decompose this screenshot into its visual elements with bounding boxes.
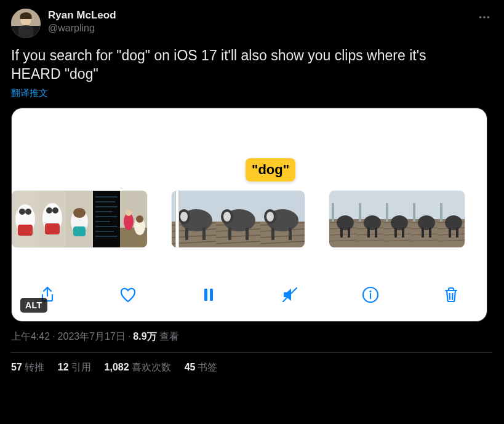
tweet-container: Ryan McLeod @warpling If you search for …: [0, 0, 504, 374]
tweet-meta-row[interactable]: 上午4:42 · 2023年7月17日 · 8.9万 查看: [11, 330, 493, 343]
avatar[interactable]: [11, 9, 41, 38]
video-scrubber-row[interactable]: [12, 190, 487, 249]
author-display-name: Ryan McLeod: [48, 9, 116, 22]
svg-point-9: [19, 209, 25, 215]
svg-rect-120: [204, 289, 207, 301]
author-name-block[interactable]: Ryan McLeod @warpling: [48, 9, 116, 34]
likes-stat[interactable]: 1,082喜欢次数: [105, 361, 171, 374]
more-options-button[interactable]: [473, 6, 495, 28]
svg-rect-96: [386, 203, 388, 222]
like-button[interactable]: [114, 281, 142, 308]
svg-rect-89: [375, 228, 377, 238]
svg-rect-21: [93, 191, 120, 247]
tweet-header: Ryan McLeod @warpling: [11, 9, 493, 38]
mute-button[interactable]: [276, 281, 303, 308]
svg-rect-108: [422, 228, 424, 238]
media-card[interactable]: "dog": [11, 108, 487, 322]
svg-rect-99: [402, 228, 404, 238]
svg-point-34: [126, 210, 132, 216]
svg-point-97: [391, 215, 408, 230]
info-button[interactable]: [357, 281, 384, 308]
svg-line-127: [452, 293, 453, 300]
svg-rect-88: [367, 228, 370, 238]
svg-line-126: [449, 293, 450, 300]
svg-rect-20: [73, 226, 86, 236]
svg-point-67: [266, 212, 274, 222]
search-result-pill: "dog": [246, 158, 295, 182]
svg-rect-119: [456, 228, 458, 238]
svg-point-45: [180, 212, 188, 222]
svg-point-6: [487, 16, 490, 18]
author-handle: @warpling: [48, 22, 116, 34]
svg-point-117: [445, 215, 462, 230]
svg-rect-69: [289, 228, 292, 240]
clip-group-3[interactable]: [329, 191, 465, 247]
views-count: 8.9万: [133, 330, 156, 343]
svg-point-15: [52, 207, 58, 214]
tweet-text: If you search for "dog" on iOS 17 it'll …: [11, 47, 479, 84]
clip-group-1[interactable]: [12, 191, 147, 247]
svg-point-5: [483, 16, 486, 18]
svg-point-107: [418, 215, 435, 230]
svg-point-19: [73, 208, 86, 218]
quotes-stat[interactable]: 12引用: [58, 361, 91, 374]
bookmarks-stat[interactable]: 45书签: [185, 361, 218, 374]
svg-rect-16: [45, 223, 60, 234]
svg-point-87: [364, 215, 381, 230]
svg-rect-47: [202, 228, 206, 240]
svg-rect-116: [440, 203, 442, 222]
playhead[interactable]: [175, 191, 179, 247]
svg-point-10: [25, 209, 31, 215]
alt-text-badge[interactable]: ALT: [20, 298, 47, 313]
svg-point-36: [136, 215, 143, 223]
media-toolbar: [12, 279, 487, 310]
svg-point-4: [479, 16, 482, 18]
svg-rect-58: [246, 228, 249, 240]
svg-point-14: [46, 207, 52, 214]
svg-rect-11: [18, 225, 33, 236]
svg-rect-57: [228, 228, 231, 240]
svg-point-124: [369, 290, 371, 292]
views-label: 查看: [159, 330, 179, 343]
svg-rect-79: [348, 228, 350, 238]
svg-point-56: [223, 212, 231, 222]
svg-rect-78: [340, 228, 343, 238]
svg-rect-68: [271, 228, 274, 240]
svg-rect-121: [210, 289, 213, 301]
svg-point-77: [337, 215, 354, 230]
svg-rect-109: [429, 228, 431, 238]
tweet-time: 上午4:42: [11, 330, 50, 343]
svg-rect-76: [332, 203, 334, 222]
pause-button[interactable]: [195, 281, 222, 308]
tweet-date: 2023年7月17日: [58, 330, 126, 343]
clip-group-2-active[interactable]: [172, 191, 305, 247]
divider: [11, 352, 492, 353]
svg-rect-118: [449, 228, 451, 238]
tweet-stats-row: 57转推 12引用 1,082喜欢次数 45书签: [11, 361, 493, 374]
retweets-stat[interactable]: 57转推: [11, 361, 44, 374]
svg-rect-98: [394, 228, 397, 238]
translate-link[interactable]: 翻译推文: [11, 87, 48, 99]
delete-button[interactable]: [438, 281, 465, 308]
svg-rect-46: [185, 228, 188, 240]
svg-rect-106: [413, 203, 415, 222]
svg-rect-86: [359, 203, 361, 222]
